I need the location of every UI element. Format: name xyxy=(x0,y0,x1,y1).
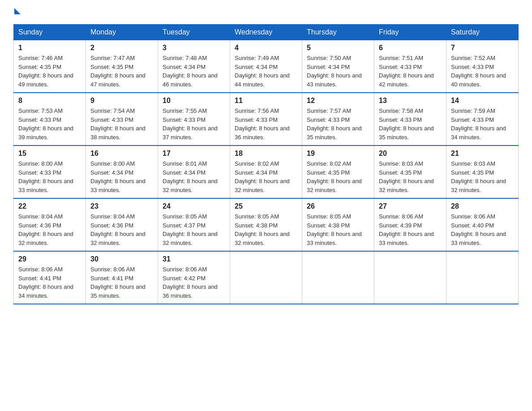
week-row-1: 1 Sunrise: 7:46 AMSunset: 4:35 PMDayligh… xyxy=(14,40,519,93)
day-cell xyxy=(374,251,446,304)
day-info: Sunrise: 8:04 AMSunset: 4:36 PMDaylight:… xyxy=(18,212,81,247)
day-number: 31 xyxy=(163,255,225,263)
day-info: Sunrise: 7:56 AMSunset: 4:33 PMDaylight:… xyxy=(235,107,297,141)
day-cell: 29 Sunrise: 8:06 AMSunset: 4:41 PMDaylig… xyxy=(14,251,86,304)
day-cell: 9 Sunrise: 7:54 AMSunset: 4:33 PMDayligh… xyxy=(86,93,158,146)
day-number: 6 xyxy=(379,44,442,52)
day-number: 27 xyxy=(379,202,442,210)
day-cell: 1 Sunrise: 7:46 AMSunset: 4:35 PMDayligh… xyxy=(14,40,86,93)
day-number: 14 xyxy=(451,97,514,105)
day-number: 25 xyxy=(235,202,297,210)
calendar-header-row: SundayMondayTuesdayWednesdayThursdayFrid… xyxy=(14,25,519,40)
day-info: Sunrise: 8:05 AMSunset: 4:38 PMDaylight:… xyxy=(307,212,369,247)
day-cell: 13 Sunrise: 7:58 AMSunset: 4:33 PMDaylig… xyxy=(374,93,446,146)
day-number: 4 xyxy=(235,44,297,52)
day-info: Sunrise: 7:59 AMSunset: 4:33 PMDaylight:… xyxy=(451,107,514,141)
day-cell: 2 Sunrise: 7:47 AMSunset: 4:35 PMDayligh… xyxy=(86,40,158,93)
day-info: Sunrise: 7:47 AMSunset: 4:35 PMDaylight:… xyxy=(90,54,153,89)
day-number: 10 xyxy=(163,97,225,105)
day-cell: 24 Sunrise: 8:05 AMSunset: 4:37 PMDaylig… xyxy=(158,198,230,251)
column-header-saturday: Saturday xyxy=(446,25,519,40)
day-cell: 26 Sunrise: 8:05 AMSunset: 4:38 PMDaylig… xyxy=(302,198,374,251)
day-info: Sunrise: 7:46 AMSunset: 4:35 PMDaylight:… xyxy=(18,54,81,89)
page-header xyxy=(13,9,519,15)
day-info: Sunrise: 8:06 AMSunset: 4:42 PMDaylight:… xyxy=(163,265,225,300)
day-number: 7 xyxy=(451,44,514,52)
day-cell: 12 Sunrise: 7:57 AMSunset: 4:33 PMDaylig… xyxy=(302,93,374,146)
day-cell: 20 Sunrise: 8:03 AMSunset: 4:35 PMDaylig… xyxy=(374,146,446,198)
column-header-tuesday: Tuesday xyxy=(158,25,230,40)
day-info: Sunrise: 7:58 AMSunset: 4:33 PMDaylight:… xyxy=(379,107,442,141)
day-info: Sunrise: 8:05 AMSunset: 4:38 PMDaylight:… xyxy=(235,212,297,247)
day-cell: 25 Sunrise: 8:05 AMSunset: 4:38 PMDaylig… xyxy=(230,198,302,251)
day-cell: 3 Sunrise: 7:48 AMSunset: 4:34 PMDayligh… xyxy=(158,40,230,93)
day-number: 11 xyxy=(235,97,297,105)
day-number: 17 xyxy=(163,150,225,158)
day-number: 28 xyxy=(451,202,514,210)
column-header-sunday: Sunday xyxy=(14,25,86,40)
day-number: 15 xyxy=(18,150,81,158)
day-info: Sunrise: 8:02 AMSunset: 4:35 PMDaylight:… xyxy=(307,159,369,194)
day-info: Sunrise: 7:54 AMSunset: 4:33 PMDaylight:… xyxy=(90,107,153,141)
day-number: 13 xyxy=(379,97,442,105)
day-number: 3 xyxy=(163,44,225,52)
day-number: 20 xyxy=(379,150,442,158)
day-cell xyxy=(302,251,374,304)
week-row-4: 22 Sunrise: 8:04 AMSunset: 4:36 PMDaylig… xyxy=(14,198,519,251)
day-info: Sunrise: 7:55 AMSunset: 4:33 PMDaylight:… xyxy=(163,107,225,141)
day-info: Sunrise: 8:06 AMSunset: 4:41 PMDaylight:… xyxy=(90,265,153,300)
day-cell: 10 Sunrise: 7:55 AMSunset: 4:33 PMDaylig… xyxy=(158,93,230,146)
day-cell: 21 Sunrise: 8:03 AMSunset: 4:35 PMDaylig… xyxy=(446,146,519,198)
day-cell xyxy=(230,251,302,304)
day-number: 18 xyxy=(235,150,297,158)
day-info: Sunrise: 8:06 AMSunset: 4:40 PMDaylight:… xyxy=(451,212,514,247)
day-info: Sunrise: 7:49 AMSunset: 4:34 PMDaylight:… xyxy=(235,54,297,89)
day-info: Sunrise: 7:48 AMSunset: 4:34 PMDaylight:… xyxy=(163,54,225,89)
day-info: Sunrise: 8:00 AMSunset: 4:34 PMDaylight:… xyxy=(90,159,153,194)
day-cell: 31 Sunrise: 8:06 AMSunset: 4:42 PMDaylig… xyxy=(158,251,230,304)
day-info: Sunrise: 7:50 AMSunset: 4:34 PMDaylight:… xyxy=(307,54,369,89)
day-cell: 17 Sunrise: 8:01 AMSunset: 4:34 PMDaylig… xyxy=(158,146,230,198)
day-info: Sunrise: 8:02 AMSunset: 4:34 PMDaylight:… xyxy=(235,159,297,194)
day-cell: 15 Sunrise: 8:00 AMSunset: 4:33 PMDaylig… xyxy=(14,146,86,198)
day-number: 21 xyxy=(451,150,514,158)
day-number: 1 xyxy=(18,44,81,52)
day-cell: 6 Sunrise: 7:51 AMSunset: 4:33 PMDayligh… xyxy=(374,40,446,93)
week-row-3: 15 Sunrise: 8:00 AMSunset: 4:33 PMDaylig… xyxy=(14,146,519,198)
day-info: Sunrise: 8:06 AMSunset: 4:39 PMDaylight:… xyxy=(379,212,442,247)
week-row-2: 8 Sunrise: 7:53 AMSunset: 4:33 PMDayligh… xyxy=(14,93,519,146)
logo-arrow-icon xyxy=(14,8,21,14)
column-header-wednesday: Wednesday xyxy=(230,25,302,40)
day-cell: 4 Sunrise: 7:49 AMSunset: 4:34 PMDayligh… xyxy=(230,40,302,93)
day-number: 9 xyxy=(90,97,153,105)
calendar-table: SundayMondayTuesdayWednesdayThursdayFrid… xyxy=(13,24,519,304)
day-cell: 30 Sunrise: 8:06 AMSunset: 4:41 PMDaylig… xyxy=(86,251,158,304)
day-info: Sunrise: 7:53 AMSunset: 4:33 PMDaylight:… xyxy=(18,107,81,141)
day-cell: 22 Sunrise: 8:04 AMSunset: 4:36 PMDaylig… xyxy=(14,198,86,251)
day-info: Sunrise: 8:04 AMSunset: 4:36 PMDaylight:… xyxy=(90,212,153,247)
day-number: 8 xyxy=(18,97,81,105)
column-header-thursday: Thursday xyxy=(302,25,374,40)
day-cell: 16 Sunrise: 8:00 AMSunset: 4:34 PMDaylig… xyxy=(86,146,158,198)
day-cell xyxy=(446,251,519,304)
day-cell: 5 Sunrise: 7:50 AMSunset: 4:34 PMDayligh… xyxy=(302,40,374,93)
day-number: 5 xyxy=(307,44,369,52)
week-row-5: 29 Sunrise: 8:06 AMSunset: 4:41 PMDaylig… xyxy=(14,251,519,304)
day-cell: 28 Sunrise: 8:06 AMSunset: 4:40 PMDaylig… xyxy=(446,198,519,251)
day-info: Sunrise: 8:03 AMSunset: 4:35 PMDaylight:… xyxy=(379,159,442,194)
day-info: Sunrise: 7:51 AMSunset: 4:33 PMDaylight:… xyxy=(379,54,442,89)
day-info: Sunrise: 8:00 AMSunset: 4:33 PMDaylight:… xyxy=(18,159,81,194)
column-header-monday: Monday xyxy=(86,25,158,40)
day-number: 29 xyxy=(18,255,81,263)
logo xyxy=(13,9,21,15)
day-number: 24 xyxy=(163,202,225,210)
day-cell: 18 Sunrise: 8:02 AMSunset: 4:34 PMDaylig… xyxy=(230,146,302,198)
day-number: 16 xyxy=(90,150,153,158)
day-cell: 14 Sunrise: 7:59 AMSunset: 4:33 PMDaylig… xyxy=(446,93,519,146)
day-cell: 8 Sunrise: 7:53 AMSunset: 4:33 PMDayligh… xyxy=(14,93,86,146)
day-cell: 27 Sunrise: 8:06 AMSunset: 4:39 PMDaylig… xyxy=(374,198,446,251)
day-cell: 7 Sunrise: 7:52 AMSunset: 4:33 PMDayligh… xyxy=(446,40,519,93)
day-cell: 11 Sunrise: 7:56 AMSunset: 4:33 PMDaylig… xyxy=(230,93,302,146)
day-info: Sunrise: 7:57 AMSunset: 4:33 PMDaylight:… xyxy=(307,107,369,141)
day-number: 2 xyxy=(90,44,153,52)
